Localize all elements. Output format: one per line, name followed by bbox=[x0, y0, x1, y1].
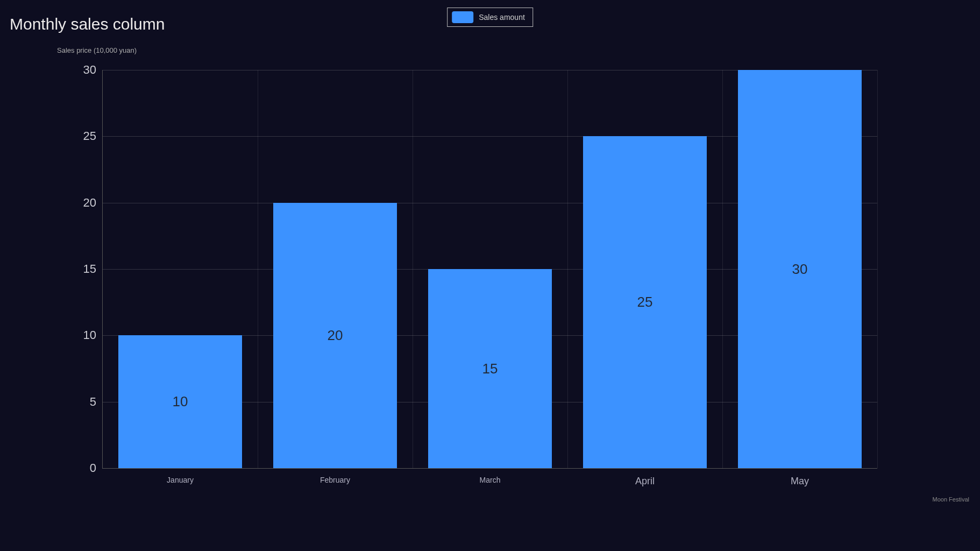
bar-value-label: 25 bbox=[637, 294, 653, 310]
legend: Sales amount bbox=[447, 8, 533, 27]
plot-area: 05101520253010January20February15March25… bbox=[102, 70, 877, 469]
bar[interactable]: 15 bbox=[428, 269, 552, 468]
y-tick-label: 30 bbox=[83, 63, 96, 77]
chart-container: Monthly sales column Sales amount Sales … bbox=[0, 0, 980, 551]
vertical-gridline bbox=[258, 70, 258, 468]
x-tick-label: January bbox=[167, 476, 194, 484]
y-tick-label: 10 bbox=[83, 328, 96, 342]
y-tick-label: 0 bbox=[90, 461, 96, 475]
chart-title: Monthly sales column bbox=[10, 15, 165, 33]
vertical-gridline bbox=[877, 70, 878, 468]
x-tick-label: February bbox=[320, 476, 350, 484]
legend-label: Sales amount bbox=[479, 13, 525, 22]
vertical-gridline bbox=[567, 70, 568, 468]
x-tick-label: April bbox=[635, 476, 655, 487]
y-tick-label: 15 bbox=[83, 262, 96, 276]
y-axis-label: Sales price (10,000 yuan) bbox=[57, 46, 137, 54]
bar[interactable]: 30 bbox=[738, 70, 862, 468]
bar[interactable]: 10 bbox=[118, 335, 242, 468]
y-tick-label: 20 bbox=[83, 196, 96, 210]
x-axis-label: Moon Festival bbox=[933, 496, 969, 503]
x-tick-label: May bbox=[791, 476, 809, 487]
vertical-gridline bbox=[722, 70, 723, 468]
bar-value-label: 30 bbox=[792, 261, 808, 278]
y-tick-label: 25 bbox=[83, 129, 96, 143]
bar-value-label: 20 bbox=[328, 327, 343, 344]
bar-value-label: 15 bbox=[482, 361, 498, 377]
bar[interactable]: 20 bbox=[273, 203, 397, 468]
vertical-gridline bbox=[413, 70, 413, 468]
y-tick-label: 5 bbox=[90, 395, 96, 409]
bar-value-label: 10 bbox=[173, 393, 188, 410]
x-tick-label: March bbox=[480, 476, 501, 484]
legend-swatch bbox=[452, 11, 473, 23]
bar[interactable]: 25 bbox=[583, 136, 707, 468]
